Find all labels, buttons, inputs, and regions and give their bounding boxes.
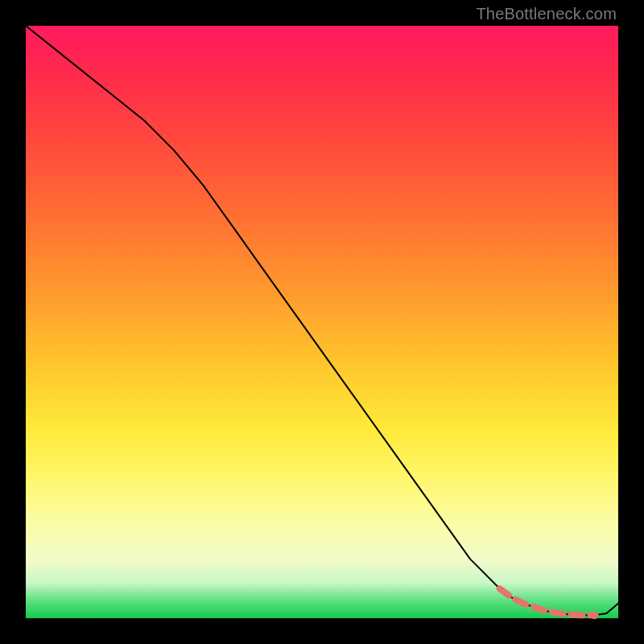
bottleneck-end-dot (591, 611, 599, 619)
bottleneck-range-line (500, 588, 595, 615)
chart-frame: TheBottleneck.com (0, 0, 644, 644)
chart-svg (26, 26, 618, 618)
bottleneck-curve-line (26, 26, 618, 615)
watermark-text: TheBottleneck.com (476, 5, 617, 23)
